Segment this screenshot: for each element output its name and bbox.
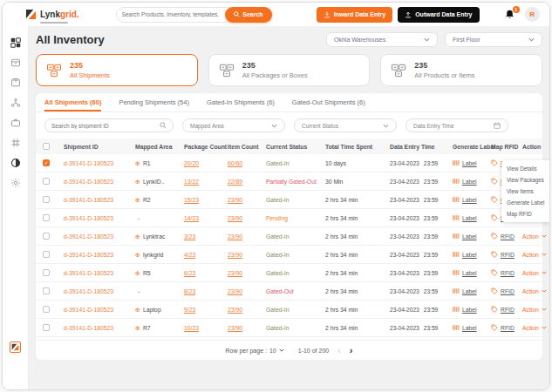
- package-icon[interactable]: [10, 77, 21, 88]
- generate-label-link[interactable]: Label: [453, 178, 491, 185]
- row-checkbox[interactable]: [43, 178, 50, 185]
- dashboard-icon[interactable]: [10, 37, 21, 48]
- global-search-button[interactable]: Search: [225, 7, 271, 23]
- mapped-area-select[interactable]: Mapped Area: [182, 118, 285, 132]
- stat-card[interactable]: 235 All Packages or Boxes: [208, 54, 371, 86]
- generate-label-link[interactable]: Label: [453, 287, 491, 294]
- action-menu-trigger[interactable]: Action: [522, 270, 547, 276]
- action-menu-item[interactable]: View Items: [501, 186, 550, 197]
- row-checkbox[interactable]: [43, 214, 50, 221]
- shipment-id-link[interactable]: d-39141-D-180523: [64, 160, 135, 166]
- hierarchy-icon[interactable]: [10, 97, 21, 108]
- shipment-search-input[interactable]: [51, 123, 160, 129]
- stat-card[interactable]: 235 All Products or Items: [380, 54, 542, 86]
- tab[interactable]: Pending Shipments (54): [119, 93, 188, 112]
- briefcase-icon[interactable]: [10, 117, 21, 128]
- package-count-link[interactable]: 4/23: [184, 252, 195, 258]
- package-count-link[interactable]: 3/23: [184, 233, 195, 240]
- select-all-checkbox[interactable]: [43, 143, 50, 150]
- row-checkbox[interactable]: [43, 287, 50, 294]
- package-count-link[interactable]: 6/23: [184, 270, 195, 276]
- item-count-link[interactable]: 23/90: [228, 233, 242, 240]
- shipment-id-link[interactable]: d-39141-D-180523: [64, 307, 135, 313]
- item-count-link[interactable]: 23/90: [228, 288, 242, 294]
- action-menu-trigger[interactable]: Action: [522, 233, 547, 240]
- package-count-link[interactable]: 9/23: [184, 307, 195, 313]
- action-menu-trigger[interactable]: Action: [522, 252, 547, 258]
- action-menu-item[interactable]: View Packages: [501, 174, 550, 186]
- generate-label-link[interactable]: Label: [453, 196, 491, 203]
- generate-label-link[interactable]: Label: [453, 306, 491, 313]
- item-count-link[interactable]: 23/90: [228, 215, 242, 221]
- row-checkbox[interactable]: [43, 196, 50, 203]
- item-count-link[interactable]: 23/90: [228, 307, 242, 313]
- row-checkbox[interactable]: [43, 306, 50, 313]
- shipment-id-link[interactable]: d-39141-D-180523: [64, 252, 135, 258]
- inventory-box-icon[interactable]: [10, 57, 21, 68]
- settings-gear-icon[interactable]: [10, 177, 21, 188]
- item-count-link[interactable]: 23/90: [228, 252, 242, 258]
- package-count-link[interactable]: 8/23: [184, 288, 195, 294]
- shipment-id-link[interactable]: d-39141-D-180523: [64, 288, 135, 294]
- brand-mark-icon[interactable]: [10, 341, 21, 353]
- analytics-pie-icon[interactable]: [10, 157, 21, 168]
- floor-select[interactable]: First Floor: [445, 32, 542, 47]
- generate-label-link[interactable]: Label: [453, 324, 491, 331]
- action-menu-trigger[interactable]: Action: [522, 325, 547, 331]
- map-rfid-link[interactable]: RFID: [491, 269, 522, 276]
- map-rfid-link[interactable]: RFID: [491, 233, 522, 240]
- row-checkbox[interactable]: [43, 233, 50, 240]
- stat-card[interactable]: 235 All Shipments: [36, 54, 198, 86]
- map-rfid-link[interactable]: RFID: [491, 251, 522, 258]
- item-count-link[interactable]: 60/60: [228, 160, 242, 166]
- global-search-input[interactable]: [117, 11, 226, 17]
- row-checkbox[interactable]: [43, 324, 50, 331]
- warehouse-select[interactable]: Okhla Warehouses: [326, 32, 438, 47]
- data-entry-time-picker[interactable]: Data Entry Time: [405, 118, 508, 132]
- package-count-link[interactable]: 20/20: [184, 160, 199, 166]
- previous-page-button[interactable]: ‹: [337, 346, 341, 355]
- row-checkbox[interactable]: [43, 159, 50, 166]
- tab[interactable]: Gated-In Shipments (6): [207, 93, 275, 112]
- map-rfid-link[interactable]: RFID: [491, 287, 522, 294]
- action-menu-trigger[interactable]: Action: [522, 307, 547, 313]
- shipment-id-link[interactable]: d-39141-D-180523: [64, 233, 135, 240]
- grid-icon[interactable]: [10, 137, 21, 148]
- generate-label-link[interactable]: Label: [453, 214, 491, 221]
- package-count-link[interactable]: 14/23: [184, 215, 199, 221]
- shipment-id-link[interactable]: d-39141-D-180523: [64, 215, 135, 221]
- item-count-link[interactable]: 22/89: [228, 179, 242, 185]
- shipment-id-link[interactable]: d-39141-D-180523: [64, 270, 135, 276]
- notifications-bell[interactable]: 1: [504, 9, 516, 21]
- outward-data-entry-button[interactable]: Outward Data Entry: [398, 7, 479, 23]
- inward-data-entry-button[interactable]: Inward Data Entry: [317, 7, 393, 23]
- shipment-id-link[interactable]: d-39141-D-180523: [64, 197, 135, 203]
- item-count-link[interactable]: 23/90: [228, 270, 242, 276]
- package-count-link[interactable]: 13/22: [184, 179, 199, 185]
- package-count-link[interactable]: 15/23: [184, 197, 199, 203]
- generate-label-link[interactable]: Label: [453, 233, 491, 240]
- user-avatar[interactable]: R: [525, 7, 540, 22]
- action-menu-item[interactable]: Generate Label: [501, 197, 550, 208]
- brand-logo[interactable]: Lynkgrid.: [25, 5, 79, 24]
- shipment-id-link[interactable]: d-39141-D-180523: [64, 325, 135, 331]
- row-checkbox[interactable]: [43, 269, 50, 276]
- item-count-link[interactable]: 23/90: [228, 325, 242, 331]
- package-count-link[interactable]: 10/23: [184, 325, 199, 331]
- tab[interactable]: Gated-Out Shipments (6): [292, 93, 365, 112]
- tab[interactable]: All Shipments (60): [44, 93, 101, 112]
- generate-label-link[interactable]: Label: [453, 269, 491, 276]
- action-menu-item[interactable]: Map RFID: [501, 208, 550, 220]
- next-page-button[interactable]: ›: [350, 346, 353, 355]
- map-rfid-link[interactable]: RFID: [491, 324, 522, 331]
- action-menu-item[interactable]: View Details: [501, 163, 550, 174]
- rows-per-page-select[interactable]: Row per page : 10: [225, 348, 283, 354]
- action-menu-trigger[interactable]: Action: [522, 288, 547, 294]
- shipment-id-link[interactable]: d-39141-D-180523: [64, 179, 135, 185]
- map-rfid-link[interactable]: RFID: [491, 306, 522, 313]
- item-count-link[interactable]: 23/90: [228, 197, 242, 203]
- generate-label-link[interactable]: Label: [453, 159, 491, 166]
- row-checkbox[interactable]: [43, 251, 50, 258]
- current-status-select[interactable]: Current Status: [294, 118, 397, 132]
- generate-label-link[interactable]: Label: [453, 251, 491, 258]
